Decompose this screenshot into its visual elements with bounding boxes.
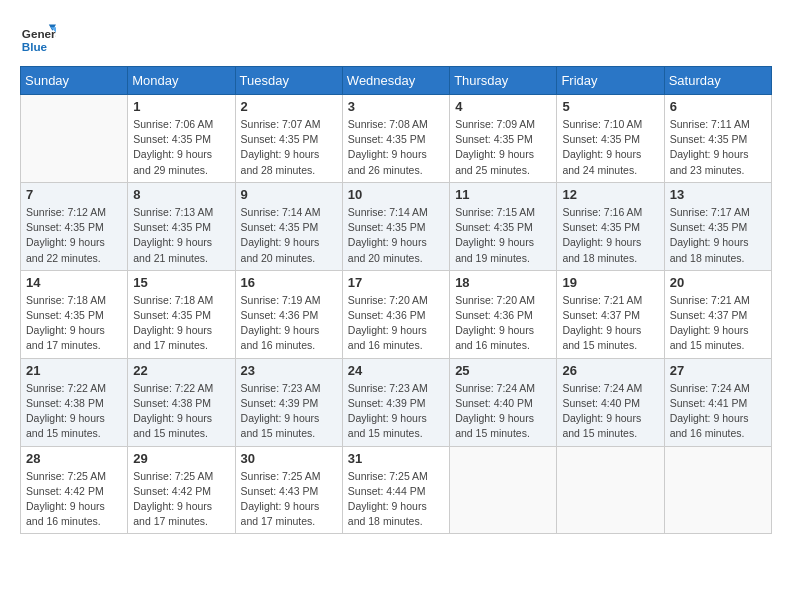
calendar-cell — [664, 446, 771, 534]
day-number: 19 — [562, 275, 658, 290]
calendar-cell: 8Sunrise: 7:13 AMSunset: 4:35 PMDaylight… — [128, 182, 235, 270]
day-info: Sunrise: 7:21 AMSunset: 4:37 PMDaylight:… — [562, 293, 658, 354]
calendar-cell: 7Sunrise: 7:12 AMSunset: 4:35 PMDaylight… — [21, 182, 128, 270]
day-info: Sunrise: 7:06 AMSunset: 4:35 PMDaylight:… — [133, 117, 229, 178]
week-row-5: 28Sunrise: 7:25 AMSunset: 4:42 PMDayligh… — [21, 446, 772, 534]
day-info: Sunrise: 7:11 AMSunset: 4:35 PMDaylight:… — [670, 117, 766, 178]
calendar-cell — [21, 95, 128, 183]
day-number: 21 — [26, 363, 122, 378]
day-info: Sunrise: 7:17 AMSunset: 4:35 PMDaylight:… — [670, 205, 766, 266]
day-number: 13 — [670, 187, 766, 202]
day-info: Sunrise: 7:24 AMSunset: 4:40 PMDaylight:… — [455, 381, 551, 442]
calendar-cell: 9Sunrise: 7:14 AMSunset: 4:35 PMDaylight… — [235, 182, 342, 270]
day-info: Sunrise: 7:22 AMSunset: 4:38 PMDaylight:… — [26, 381, 122, 442]
day-number: 10 — [348, 187, 444, 202]
weekday-header-monday: Monday — [128, 67, 235, 95]
calendar-cell: 23Sunrise: 7:23 AMSunset: 4:39 PMDayligh… — [235, 358, 342, 446]
day-number: 18 — [455, 275, 551, 290]
day-info: Sunrise: 7:24 AMSunset: 4:41 PMDaylight:… — [670, 381, 766, 442]
weekday-header-row: SundayMondayTuesdayWednesdayThursdayFrid… — [21, 67, 772, 95]
day-info: Sunrise: 7:25 AMSunset: 4:43 PMDaylight:… — [241, 469, 337, 530]
calendar-cell — [450, 446, 557, 534]
page-header: General Blue — [20, 20, 772, 56]
day-number: 30 — [241, 451, 337, 466]
day-info: Sunrise: 7:08 AMSunset: 4:35 PMDaylight:… — [348, 117, 444, 178]
day-number: 12 — [562, 187, 658, 202]
weekday-header-thursday: Thursday — [450, 67, 557, 95]
weekday-header-sunday: Sunday — [21, 67, 128, 95]
day-info: Sunrise: 7:18 AMSunset: 4:35 PMDaylight:… — [26, 293, 122, 354]
svg-text:Blue: Blue — [22, 40, 48, 53]
day-number: 4 — [455, 99, 551, 114]
day-info: Sunrise: 7:25 AMSunset: 4:44 PMDaylight:… — [348, 469, 444, 530]
week-row-1: 1Sunrise: 7:06 AMSunset: 4:35 PMDaylight… — [21, 95, 772, 183]
calendar-cell: 28Sunrise: 7:25 AMSunset: 4:42 PMDayligh… — [21, 446, 128, 534]
day-number: 8 — [133, 187, 229, 202]
day-info: Sunrise: 7:10 AMSunset: 4:35 PMDaylight:… — [562, 117, 658, 178]
day-number: 17 — [348, 275, 444, 290]
calendar-cell: 3Sunrise: 7:08 AMSunset: 4:35 PMDaylight… — [342, 95, 449, 183]
calendar-cell: 27Sunrise: 7:24 AMSunset: 4:41 PMDayligh… — [664, 358, 771, 446]
calendar-table: SundayMondayTuesdayWednesdayThursdayFrid… — [20, 66, 772, 534]
calendar-cell: 2Sunrise: 7:07 AMSunset: 4:35 PMDaylight… — [235, 95, 342, 183]
day-number: 1 — [133, 99, 229, 114]
day-info: Sunrise: 7:23 AMSunset: 4:39 PMDaylight:… — [348, 381, 444, 442]
day-info: Sunrise: 7:14 AMSunset: 4:35 PMDaylight:… — [241, 205, 337, 266]
calendar-cell: 25Sunrise: 7:24 AMSunset: 4:40 PMDayligh… — [450, 358, 557, 446]
day-number: 16 — [241, 275, 337, 290]
calendar-cell: 24Sunrise: 7:23 AMSunset: 4:39 PMDayligh… — [342, 358, 449, 446]
day-number: 22 — [133, 363, 229, 378]
calendar-cell: 18Sunrise: 7:20 AMSunset: 4:36 PMDayligh… — [450, 270, 557, 358]
calendar-cell: 26Sunrise: 7:24 AMSunset: 4:40 PMDayligh… — [557, 358, 664, 446]
day-number: 23 — [241, 363, 337, 378]
calendar-cell: 16Sunrise: 7:19 AMSunset: 4:36 PMDayligh… — [235, 270, 342, 358]
day-number: 14 — [26, 275, 122, 290]
day-info: Sunrise: 7:18 AMSunset: 4:35 PMDaylight:… — [133, 293, 229, 354]
day-number: 25 — [455, 363, 551, 378]
logo: General Blue — [20, 20, 60, 56]
week-row-2: 7Sunrise: 7:12 AMSunset: 4:35 PMDaylight… — [21, 182, 772, 270]
day-info: Sunrise: 7:14 AMSunset: 4:35 PMDaylight:… — [348, 205, 444, 266]
day-info: Sunrise: 7:23 AMSunset: 4:39 PMDaylight:… — [241, 381, 337, 442]
calendar-cell: 6Sunrise: 7:11 AMSunset: 4:35 PMDaylight… — [664, 95, 771, 183]
day-info: Sunrise: 7:24 AMSunset: 4:40 PMDaylight:… — [562, 381, 658, 442]
weekday-header-wednesday: Wednesday — [342, 67, 449, 95]
day-number: 15 — [133, 275, 229, 290]
day-info: Sunrise: 7:20 AMSunset: 4:36 PMDaylight:… — [455, 293, 551, 354]
calendar-cell: 12Sunrise: 7:16 AMSunset: 4:35 PMDayligh… — [557, 182, 664, 270]
day-info: Sunrise: 7:15 AMSunset: 4:35 PMDaylight:… — [455, 205, 551, 266]
day-number: 2 — [241, 99, 337, 114]
calendar-cell — [557, 446, 664, 534]
calendar-cell: 30Sunrise: 7:25 AMSunset: 4:43 PMDayligh… — [235, 446, 342, 534]
calendar-cell: 15Sunrise: 7:18 AMSunset: 4:35 PMDayligh… — [128, 270, 235, 358]
weekday-header-saturday: Saturday — [664, 67, 771, 95]
calendar-cell: 17Sunrise: 7:20 AMSunset: 4:36 PMDayligh… — [342, 270, 449, 358]
day-number: 26 — [562, 363, 658, 378]
day-number: 31 — [348, 451, 444, 466]
calendar-cell: 31Sunrise: 7:25 AMSunset: 4:44 PMDayligh… — [342, 446, 449, 534]
day-info: Sunrise: 7:25 AMSunset: 4:42 PMDaylight:… — [133, 469, 229, 530]
calendar-cell: 5Sunrise: 7:10 AMSunset: 4:35 PMDaylight… — [557, 95, 664, 183]
day-info: Sunrise: 7:16 AMSunset: 4:35 PMDaylight:… — [562, 205, 658, 266]
day-number: 3 — [348, 99, 444, 114]
day-number: 24 — [348, 363, 444, 378]
day-number: 27 — [670, 363, 766, 378]
calendar-cell: 11Sunrise: 7:15 AMSunset: 4:35 PMDayligh… — [450, 182, 557, 270]
calendar-cell: 21Sunrise: 7:22 AMSunset: 4:38 PMDayligh… — [21, 358, 128, 446]
weekday-header-friday: Friday — [557, 67, 664, 95]
week-row-3: 14Sunrise: 7:18 AMSunset: 4:35 PMDayligh… — [21, 270, 772, 358]
day-info: Sunrise: 7:22 AMSunset: 4:38 PMDaylight:… — [133, 381, 229, 442]
calendar-cell: 29Sunrise: 7:25 AMSunset: 4:42 PMDayligh… — [128, 446, 235, 534]
day-number: 6 — [670, 99, 766, 114]
calendar-cell: 19Sunrise: 7:21 AMSunset: 4:37 PMDayligh… — [557, 270, 664, 358]
day-number: 20 — [670, 275, 766, 290]
day-info: Sunrise: 7:13 AMSunset: 4:35 PMDaylight:… — [133, 205, 229, 266]
calendar-cell: 20Sunrise: 7:21 AMSunset: 4:37 PMDayligh… — [664, 270, 771, 358]
day-info: Sunrise: 7:20 AMSunset: 4:36 PMDaylight:… — [348, 293, 444, 354]
day-number: 11 — [455, 187, 551, 202]
calendar-cell: 22Sunrise: 7:22 AMSunset: 4:38 PMDayligh… — [128, 358, 235, 446]
day-info: Sunrise: 7:21 AMSunset: 4:37 PMDaylight:… — [670, 293, 766, 354]
calendar-cell: 1Sunrise: 7:06 AMSunset: 4:35 PMDaylight… — [128, 95, 235, 183]
week-row-4: 21Sunrise: 7:22 AMSunset: 4:38 PMDayligh… — [21, 358, 772, 446]
svg-text:General: General — [22, 27, 56, 40]
